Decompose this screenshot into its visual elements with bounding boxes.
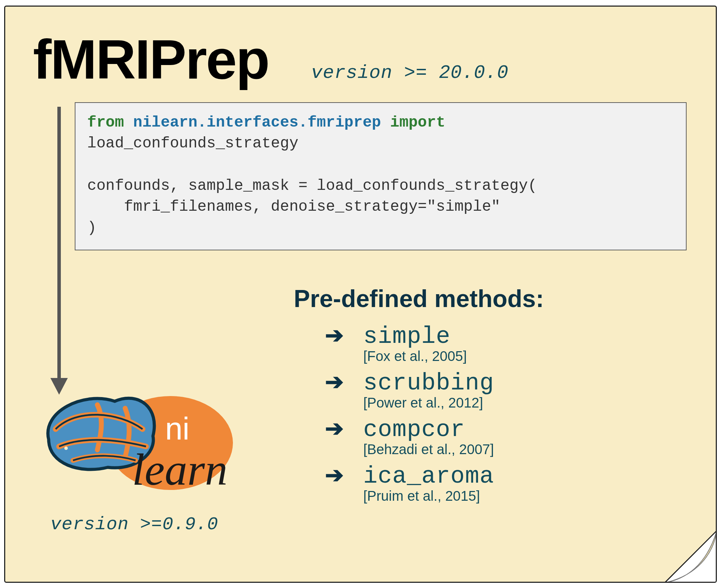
bullet-arrow-icon: ➔ xyxy=(325,369,363,395)
page-title: fMRIPrep xyxy=(33,27,269,91)
module-path: nilearn.interfaces.fmriprep xyxy=(133,114,381,131)
code-block: from nilearn.interfaces.fmriprep import … xyxy=(75,102,687,250)
methods-heading: Pre-defined methods: xyxy=(294,285,683,313)
method-citation: [Power et al., 2012] xyxy=(363,395,683,411)
diagram-page: fMRIPrep version >= 20.0.0 from nilearn.… xyxy=(4,6,717,583)
method-citation: [Behzadi et al., 2007] xyxy=(363,442,683,457)
method-item: ➔ ica_aroma xyxy=(325,462,683,490)
method-name: compcor xyxy=(363,416,465,443)
nilearn-logo: ni learn xyxy=(28,387,250,506)
bullet-arrow-icon: ➔ xyxy=(325,462,363,488)
code-line-1: load_confounds_strategy xyxy=(87,135,298,152)
method-name: scrubbing xyxy=(363,370,494,396)
logo-learn-text: learn xyxy=(132,444,227,494)
method-name: simple xyxy=(363,323,451,350)
code-line-3: confounds, sample_mask = load_confounds_… xyxy=(87,177,537,194)
code-line-4: fmri_filenames, denoise_strategy="simple… xyxy=(87,198,500,215)
flow-arrow-icon xyxy=(47,107,71,395)
methods-section: Pre-defined methods: ➔ simple [Fox et al… xyxy=(294,285,683,509)
fmriprep-version-text: version >= 20.0.0 xyxy=(311,62,509,83)
logo-ni-text: ni xyxy=(165,411,189,446)
keyword-from: from xyxy=(87,114,124,131)
method-item: ➔ compcor xyxy=(325,416,683,443)
bullet-arrow-icon: ➔ xyxy=(325,416,363,441)
method-citation: [Pruim et al., 2015] xyxy=(363,488,683,504)
bullet-arrow-icon: ➔ xyxy=(325,322,363,348)
keyword-import: import xyxy=(390,114,445,131)
page-corner-fold-icon xyxy=(665,531,717,583)
svg-point-3 xyxy=(64,446,68,450)
code-line-5: ) xyxy=(87,219,96,236)
nilearn-version-text: version >=0.9.0 xyxy=(50,514,218,535)
method-item: ➔ simple xyxy=(325,322,683,350)
method-citation: [Fox et al., 2005] xyxy=(363,348,683,364)
method-item: ➔ scrubbing xyxy=(325,369,683,396)
method-name: ica_aroma xyxy=(363,463,494,490)
